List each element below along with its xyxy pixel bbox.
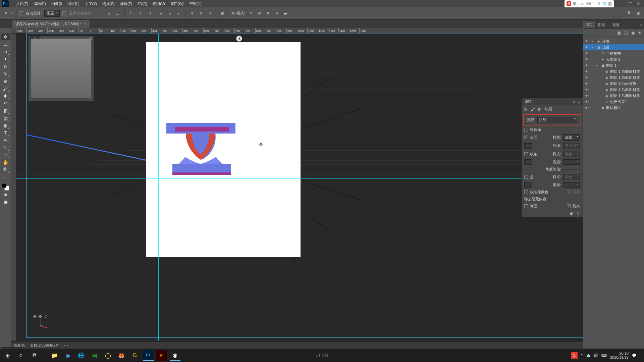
props-tab3-icon[interactable]: ⊞ — [538, 107, 541, 112]
tab-layers[interactable]: 图层 — [595, 21, 609, 29]
crop-tool[interactable]: ⧉ — [1, 63, 10, 70]
secondary-view-panel[interactable]: ⊟ — [28, 36, 94, 101]
points-checkbox[interactable] — [524, 175, 528, 179]
3d-slide-icon[interactable]: ⇔ — [274, 10, 280, 16]
ruler-origin[interactable] — [11, 28, 16, 34]
eyedropper-tool[interactable]: ✎ — [1, 70, 10, 77]
ruler-vertical[interactable] — [11, 34, 16, 341]
panel-menu-icon[interactable]: ≡ — [578, 100, 580, 104]
menu-view[interactable]: 视图(V) — [150, 0, 168, 7]
photoshop-task-icon[interactable]: Ps — [143, 350, 154, 361]
tree-row[interactable]: 👁◉图层 1 后斜面材质 — [583, 87, 644, 93]
tab-channels[interactable]: 通道 — [609, 21, 623, 29]
explorer-icon[interactable]: 📁 — [49, 350, 60, 361]
tree-row[interactable]: 👁◉图层 1 凸出材质 — [583, 81, 644, 87]
lines-visible-checkbox[interactable]: ✓ — [567, 204, 571, 208]
surface-checkbox[interactable]: ✓ — [524, 136, 528, 139]
tree-row[interactable]: 👁○边界约束 1 — [583, 99, 644, 105]
path-tool[interactable]: ↖ — [1, 144, 10, 151]
tray-net-icon[interactable]: 🖧 — [586, 353, 590, 357]
dist-top-icon[interactable]: ≡ — [158, 10, 164, 16]
obs-icon[interactable]: ◉ — [170, 350, 180, 361]
cortana-icon[interactable]: ○ — [15, 350, 26, 361]
autoselect-checkbox[interactable] — [19, 11, 23, 15]
surface-style-dropdown[interactable]: 法线 — [563, 134, 580, 141]
chrome-icon[interactable]: 🌐 — [76, 350, 87, 361]
qq-browser-icon[interactable]: ◉ — [62, 350, 73, 361]
heal-tool[interactable]: ⊕ — [1, 78, 10, 85]
document-tab[interactable]: 课程26.psd @ 80.7% (图层 1, RGB/8#) *× — [12, 20, 90, 28]
menu-3d[interactable]: 3D(D) — [135, 0, 150, 7]
edit-toolbar[interactable]: ⋯ — [1, 174, 10, 180]
dist-vcenter-icon[interactable]: ≡ — [167, 10, 173, 16]
firefox-icon[interactable]: 🦊 — [116, 350, 127, 361]
panel-menu-icon[interactable]: ≡ — [638, 23, 644, 27]
stamp-tool[interactable]: ⧯ — [1, 93, 10, 99]
wand-tool[interactable]: ✦ — [1, 56, 10, 62]
align-hcenter-icon[interactable]: ⫿ — [138, 10, 144, 16]
props-tab1-icon[interactable]: ⧉ — [524, 107, 527, 112]
shape-tool[interactable]: ▭ — [1, 152, 10, 158]
align-bottom-icon[interactable]: ⎵ — [114, 10, 120, 16]
zoom-tool[interactable]: 🔍 — [1, 166, 10, 173]
3d-roll-icon[interactable]: ⊙ — [256, 10, 262, 16]
move-tool[interactable]: ✥ — [1, 34, 10, 40]
clock[interactable]: 20:102020/11/19 — [610, 351, 629, 359]
taskview-icon[interactable]: ⧉ — [29, 350, 40, 361]
filter-light-icon[interactable]: ✷ — [638, 31, 641, 35]
dist-left-icon[interactable]: ⊪ — [190, 10, 196, 16]
points-swatch[interactable] — [524, 182, 532, 188]
menu-help[interactable]: 帮助(H) — [186, 0, 204, 7]
zoom-level[interactable]: 80.67% — [13, 344, 25, 347]
menu-type[interactable]: 文字(Y) — [82, 0, 100, 7]
menu-edit[interactable]: 编辑(E) — [31, 0, 49, 7]
marquee-tool[interactable]: ▭ — [1, 41, 10, 48]
tree-row[interactable]: 👁✷无限光 1 — [583, 56, 644, 62]
lines-swatch[interactable] — [524, 159, 532, 165]
align-left-icon[interactable]: ⊢ — [129, 10, 135, 16]
filter-mesh-icon[interactable]: ◫ — [624, 31, 628, 35]
tree-row[interactable]: 👁◫当前视图 — [583, 50, 644, 56]
start-button[interactable]: ⊞ — [2, 350, 13, 361]
workspace-switcher-icon[interactable]: ▣ — [635, 10, 641, 16]
align-right-icon[interactable]: ⊣ — [146, 10, 152, 16]
filter-scene-icon[interactable]: ▦ — [617, 31, 621, 35]
close-tab-icon[interactable]: × — [85, 22, 87, 26]
collapse-icon[interactable]: » — [573, 100, 575, 104]
ruler-horizontal[interactable]: -350-300-250-200-150-100-500501001502002… — [16, 28, 632, 34]
trash-icon[interactable]: 🗑 — [576, 211, 580, 216]
align-vcenter-icon[interactable]: ⊟ — [106, 10, 112, 16]
lasso-tool[interactable]: ⊃ — [1, 48, 10, 55]
surface-swatch[interactable] — [524, 143, 532, 149]
menu-file[interactable]: 文件(F) — [13, 0, 31, 7]
screenmode-tool[interactable]: ▣ — [1, 199, 10, 205]
auto-align-icon[interactable]: ▦ — [219, 10, 225, 16]
menu-window[interactable]: 窗口(W) — [168, 0, 186, 7]
tree-row[interactable]: 👁◉图层 1 后膨胀材质 — [583, 93, 644, 99]
quickmask-tool[interactable]: ◙ — [1, 191, 10, 198]
tree-row[interactable]: 👁▾▣图层 1 — [583, 62, 644, 68]
eraser-tool[interactable]: ◧ — [1, 107, 10, 114]
doc-info[interactable]: 文档: 2.86M/39.2M — [30, 343, 58, 348]
crosssection-checkbox[interactable] — [524, 128, 528, 132]
props-tab2-icon[interactable]: 🖌 — [531, 107, 535, 112]
close-button[interactable]: ✕ — [636, 1, 641, 6]
sogou-tray-icon[interactable]: S — [571, 352, 578, 359]
minimize-button[interactable]: — — [620, 1, 625, 6]
tab-3d[interactable]: 3D — [583, 21, 595, 28]
tree-row[interactable]: 👁◉图层 1 前膨胀材质 — [583, 68, 644, 74]
3d-camera-icon[interactable]: ■• — [282, 10, 288, 16]
tree-row[interactable]: 👁▾▦场景 — [583, 44, 644, 50]
color-swatch[interactable] — [2, 183, 9, 191]
align-top-icon[interactable]: ⎴ — [97, 10, 103, 16]
tray-up-icon[interactable]: ˄ — [581, 353, 583, 358]
illustrator-task-icon[interactable]: Ai — [156, 350, 167, 361]
type-tool[interactable]: T — [1, 130, 10, 136]
blur-tool[interactable]: ◉ — [1, 122, 10, 129]
ime-tray[interactable]: S 英 , ☺ ⌨ 🖵 ⬆ 👕 ▦ — [565, 0, 614, 7]
brush-tool[interactable]: 🖌 — [1, 85, 10, 92]
notifications-icon[interactable]: 💬 — [632, 353, 637, 358]
tree-row[interactable]: 👁■默认相机 — [583, 105, 644, 111]
lines-checkbox[interactable] — [524, 152, 528, 156]
menu-select[interactable]: 选择(S) — [100, 0, 117, 7]
